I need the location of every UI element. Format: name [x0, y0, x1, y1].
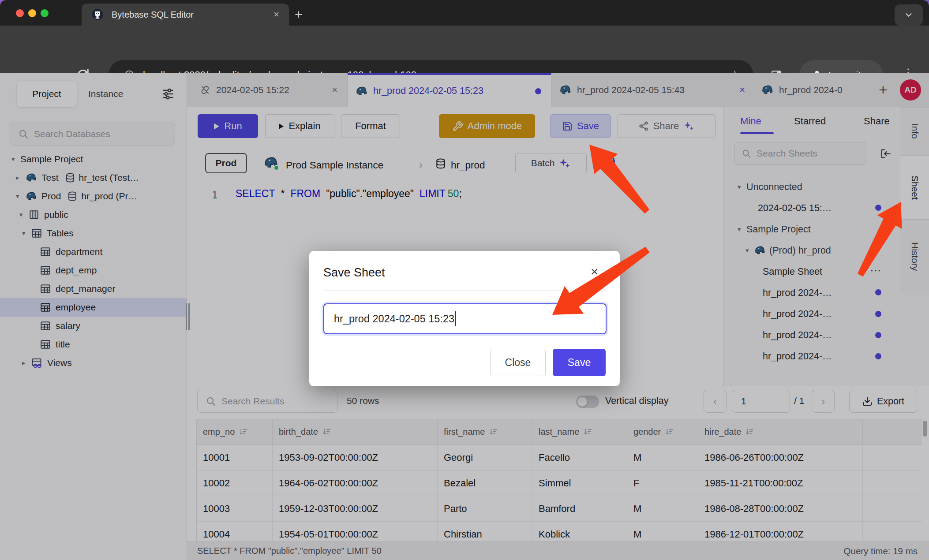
modal-close-icon[interactable]: × [591, 264, 599, 279]
window-zoom-button[interactable] [41, 9, 49, 17]
text-caret [455, 311, 456, 326]
bytebase-favicon [91, 8, 104, 21]
browser-toolbar: ← → localhost:8080/sql-editor/prod-sampl… [0, 26, 929, 73]
modal-close-button[interactable]: Close [490, 349, 546, 376]
divider [323, 290, 607, 291]
new-tab-button[interactable]: + [295, 7, 303, 22]
modal-title: Save Sheet [323, 266, 385, 280]
sheet-name-input[interactable]: hr_prod 2024-02-05 15:23 [323, 303, 607, 334]
tab-close-icon[interactable]: × [273, 9, 279, 20]
browser-tab-title: Bytebase SQL Editor [112, 10, 273, 20]
browser-tab[interactable]: Bytebase SQL Editor × [82, 4, 289, 26]
chevron-down-icon [904, 10, 914, 20]
tab-search-button[interactable] [895, 4, 923, 26]
modal-save-button[interactable]: Save [553, 349, 606, 376]
browser-window: Bytebase SQL Editor × + ← → localhost:80… [0, 0, 929, 560]
sheet-name-value: hr_prod 2024-02-05 15:23 [334, 313, 454, 325]
save-sheet-modal: Save Sheet × hr_prod 2024-02-05 15:23 Cl… [309, 251, 620, 386]
window-close-button[interactable] [16, 9, 24, 17]
window-minimize-button[interactable] [28, 9, 36, 17]
browser-tab-strip: Bytebase SQL Editor × + [0, 0, 929, 26]
